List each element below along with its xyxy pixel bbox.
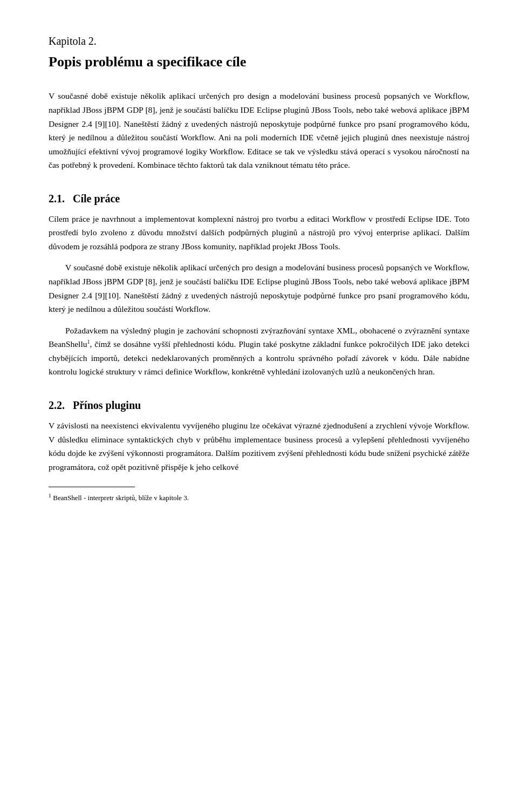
footnote-separator: [49, 487, 135, 487]
section-2-1-para-2: V současné době existuje několik aplikac…: [49, 261, 469, 316]
section-2-2-title: Přínos pluginu: [73, 399, 141, 411]
section-2-1-para-1-text: Cílem práce je navrhnout a implementovat…: [49, 214, 469, 251]
footnote-text: BeanShell - interpretr skriptů, blíže v …: [53, 494, 189, 502]
section-2-1-heading: 2.1. Cíle práce: [49, 192, 469, 206]
section-2-2-number: 2.2.: [49, 399, 65, 411]
section-2-1-para-3: Požadavkem na výsledný plugin je zachová…: [49, 324, 469, 379]
section-2-2-heading: 2.2. Přínos pluginu: [49, 398, 469, 412]
section-2-1-number: 2.1.: [49, 193, 65, 204]
intro-paragraph: V současné době existuje několik aplikac…: [49, 89, 469, 172]
footnote-1: 1 BeanShell - interpretr skriptů, blíže …: [49, 492, 469, 503]
section-2-2-para-1: V závislosti na neexistenci ekvivalentu …: [49, 419, 469, 474]
section-2-1-para-1: Cílem práce je navrhnout a implementovat…: [49, 212, 469, 254]
chapter-title-text: Popis problému a specifikace cíle: [49, 54, 246, 70]
footnote-ref-1: 1: [87, 339, 90, 345]
section-2-1-title: Cíle práce: [73, 193, 120, 204]
chapter-title: Popis problému a specifikace cíle: [49, 53, 469, 71]
intro-paragraph-text: V současné době existuje několik aplikac…: [49, 91, 469, 169]
footnote-number: 1: [49, 493, 51, 499]
footnote-number-text: 1: [49, 493, 51, 499]
chapter-number-text: Kapitola 2.: [49, 35, 97, 47]
chapter-number: Kapitola 2.: [49, 32, 469, 50]
page: Kapitola 2. Popis problému a specifikace…: [0, 0, 518, 812]
